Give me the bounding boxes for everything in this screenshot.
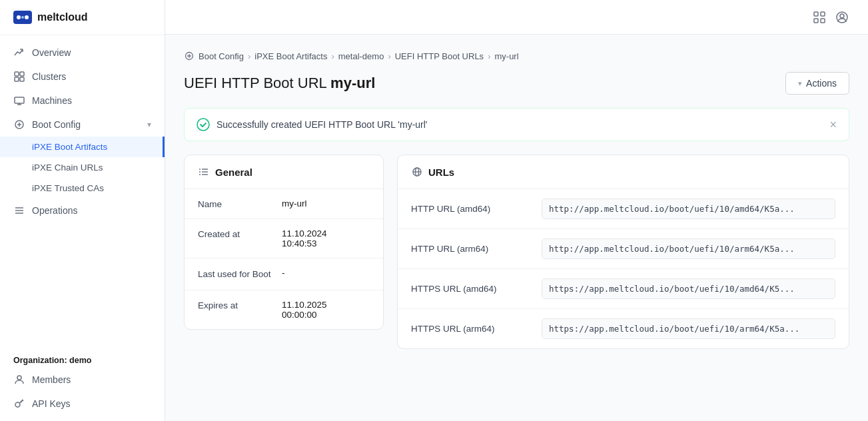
success-message: Successfully created UEFI HTTP Boot URL … xyxy=(217,119,428,130)
sidebar-label-members: Members xyxy=(32,374,71,385)
breadcrumb-boot-icon xyxy=(184,51,195,61)
app-name: meltcloud xyxy=(37,11,88,23)
svg-point-2 xyxy=(25,15,29,19)
topbar xyxy=(165,0,868,35)
field-created-at: Created at 11.10.2024 10:40:53 xyxy=(185,219,383,258)
svg-point-15 xyxy=(17,376,21,380)
sidebar-label-operations: Operations xyxy=(32,205,77,216)
sidebar-bottom: Organization: demo Members API Keys xyxy=(0,348,165,421)
breadcrumb-ipxe-artifacts[interactable]: iPXE Boot Artifacts xyxy=(254,51,327,61)
sidebar-label-machines: Machines xyxy=(32,95,72,106)
urls-card-header: URLs xyxy=(398,155,849,189)
general-card: General Name my-url Created at 11.10.202… xyxy=(184,155,384,330)
url-value-https-amd64[interactable]: https://app.meltcloud.io/boot/uefi/10/am… xyxy=(542,278,835,299)
url-https-amd64: HTTPS URL (amd64) https://app.meltcloud.… xyxy=(398,269,849,309)
url-http-arm64: HTTP URL (arm64) http://app.meltcloud.io… xyxy=(398,229,849,269)
actions-button[interactable]: ▾ Actions xyxy=(785,72,849,95)
link-icon xyxy=(411,166,423,178)
svg-rect-17 xyxy=(814,12,818,16)
org-label: Organization: demo xyxy=(0,348,165,368)
svg-rect-5 xyxy=(20,72,24,76)
sidebar-item-overview[interactable]: Overview xyxy=(0,41,165,65)
operations-icon xyxy=(13,205,25,216)
svg-point-3 xyxy=(21,16,24,19)
breadcrumb-boot-config[interactable]: Boot Config xyxy=(199,51,244,61)
svg-rect-7 xyxy=(20,77,24,81)
svg-rect-19 xyxy=(814,19,818,23)
url-value-http-arm64[interactable]: http://app.meltcloud.io/boot/uefi/10/arm… xyxy=(542,238,835,259)
list-icon xyxy=(198,166,210,178)
members-icon xyxy=(13,374,25,386)
url-value-https-arm64[interactable]: https://app.meltcloud.io/boot/uefi/10/ar… xyxy=(542,318,835,339)
sub-nav-label-ipxe-trusted-cas: iPXE Trusted CAs xyxy=(32,183,104,193)
url-http-amd64: HTTP URL (amd64) http://app.meltcloud.io… xyxy=(398,189,849,229)
sidebar-item-api-keys[interactable]: API Keys xyxy=(0,392,165,416)
boot-config-subnav: iPXE Boot Artifacts iPXE Chain URLs iPXE… xyxy=(0,137,165,199)
svg-point-30 xyxy=(199,174,201,175)
grid-icon[interactable] xyxy=(812,10,827,25)
success-icon xyxy=(197,118,210,131)
chevron-down-icon: ▾ xyxy=(147,120,151,129)
svg-point-28 xyxy=(199,169,201,170)
api-keys-icon xyxy=(13,398,25,410)
close-banner-button[interactable]: × xyxy=(829,119,837,131)
svg-point-29 xyxy=(199,171,201,173)
field-name: Name my-url xyxy=(185,189,383,219)
breadcrumb-metal-demo[interactable]: metal-demo xyxy=(338,51,384,61)
urls-title: URLs xyxy=(428,167,454,178)
urls-card-body: HTTP URL (amd64) http://app.meltcloud.io… xyxy=(398,189,849,348)
breadcrumb: Boot Config › iPXE Boot Artifacts › meta… xyxy=(184,51,849,61)
svg-rect-8 xyxy=(15,97,24,103)
chevron-down-icon: ▾ xyxy=(798,79,802,88)
content-area: Boot Config › iPXE Boot Artifacts › meta… xyxy=(165,35,868,421)
svg-point-1 xyxy=(17,15,21,19)
sidebar-label-boot-config: Boot Config xyxy=(32,119,81,130)
url-https-arm64: HTTPS URL (arm64) https://app.meltcloud.… xyxy=(398,309,849,348)
logo: meltcloud xyxy=(0,0,165,35)
svg-point-16 xyxy=(15,402,20,407)
chart-icon xyxy=(13,47,25,59)
sidebar-item-boot-config[interactable]: Boot Config ▾ xyxy=(0,113,165,137)
svg-rect-20 xyxy=(821,19,825,23)
sidebar-item-machines[interactable]: Machines xyxy=(0,89,165,113)
actions-label: Actions xyxy=(806,78,837,89)
sidebar-label-api-keys: API Keys xyxy=(32,398,71,409)
sidebar-label-overview: Overview xyxy=(32,47,71,58)
sidebar-item-clusters[interactable]: Clusters xyxy=(0,65,165,89)
general-title: General xyxy=(215,167,252,178)
topbar-icons xyxy=(812,10,849,25)
svg-point-22 xyxy=(840,14,844,18)
sidebar-item-ipxe-chain-urls[interactable]: iPXE Chain URLs xyxy=(0,157,165,178)
url-value-http-amd64[interactable]: http://app.meltcloud.io/boot/uefi/10/amd… xyxy=(542,199,835,219)
svg-rect-18 xyxy=(821,12,825,16)
user-icon[interactable] xyxy=(835,10,849,25)
logo-icon xyxy=(13,11,32,24)
page-title: UEFI HTTP Boot URL my-url xyxy=(184,75,375,92)
sidebar-item-ipxe-trusted-cas[interactable]: iPXE Trusted CAs xyxy=(0,178,165,199)
breadcrumb-my-url[interactable]: my-url xyxy=(494,51,518,61)
cards-row: General Name my-url Created at 11.10.202… xyxy=(184,155,849,349)
sub-nav-label-ipxe-boot-artifacts: iPXE Boot Artifacts xyxy=(32,142,107,152)
page-header: UEFI HTTP Boot URL my-url ▾ Actions xyxy=(184,72,849,95)
main-nav: Overview Clusters Machines Boot Config ▾ xyxy=(0,35,165,348)
main-content: Boot Config › iPXE Boot Artifacts › meta… xyxy=(165,0,868,421)
urls-card: URLs HTTP URL (amd64) http://app.meltclo… xyxy=(397,155,849,349)
field-last-used: Last used for Boot - xyxy=(185,258,383,290)
sidebar-item-members[interactable]: Members xyxy=(0,368,165,392)
field-expires-at: Expires at 11.10.2025 00:00:00 xyxy=(185,290,383,329)
sidebar-label-clusters: Clusters xyxy=(32,71,66,82)
machines-icon xyxy=(13,95,25,107)
sidebar-item-ipxe-boot-artifacts[interactable]: iPXE Boot Artifacts xyxy=(0,137,165,157)
clusters-icon xyxy=(13,71,25,83)
svg-point-24 xyxy=(197,119,209,131)
svg-rect-6 xyxy=(15,77,19,81)
general-card-body: Name my-url Created at 11.10.2024 10:40:… xyxy=(185,189,383,329)
success-banner: Successfully created UEFI HTTP Boot URL … xyxy=(184,108,849,141)
boot-icon xyxy=(13,119,25,131)
general-card-header: General xyxy=(185,155,383,189)
svg-rect-4 xyxy=(15,72,19,76)
breadcrumb-uefi-http-boot-urls[interactable]: UEFI HTTP Boot URLs xyxy=(395,51,484,61)
sidebar-item-operations[interactable]: Operations xyxy=(0,199,165,222)
sub-nav-label-ipxe-chain-urls: iPXE Chain URLs xyxy=(32,163,103,173)
sidebar: meltcloud Overview Clusters Machines xyxy=(0,0,165,421)
